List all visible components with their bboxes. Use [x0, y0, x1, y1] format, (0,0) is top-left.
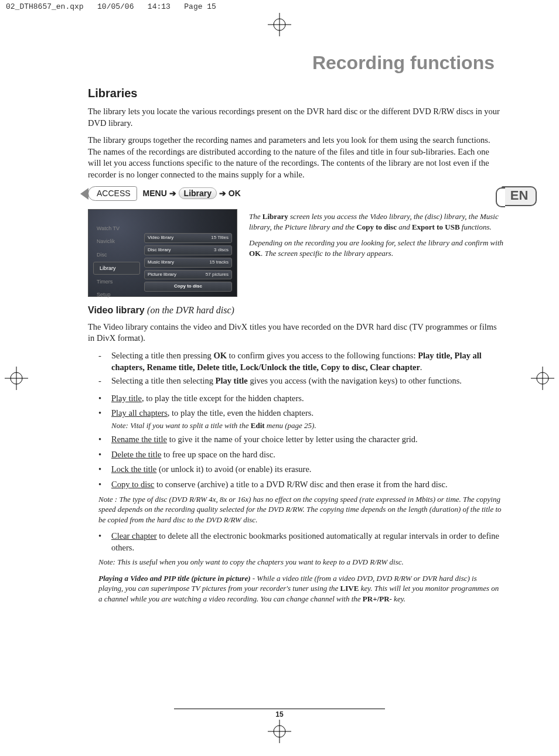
note: Note: Vital if you want to split a title… — [111, 420, 503, 431]
list-item: Selecting a title then pressing OK to co… — [111, 350, 503, 373]
bc-ok: OK — [229, 189, 241, 198]
list-item: Rename the title to give it the name of … — [111, 434, 503, 446]
breadcrumb: MENU ➔ Library ➔ OK — [143, 188, 241, 199]
screenshot-caption: The Library screen lets you access the V… — [249, 209, 503, 264]
print-header: 02_DTH8657_en.qxp 10/05/06 14:13 Page 15 — [0, 0, 559, 11]
time: 14:13 — [148, 2, 171, 11]
intro-para-1: The library lets you locate the various … — [88, 106, 503, 129]
subsection-heading: Video library (on the DVR hard disc) — [88, 304, 503, 317]
ss-left-menu: Watch TV Naviclik Disc Library Timers Se… — [93, 223, 140, 302]
video-library-intro: The Video library contains the video and… — [88, 321, 503, 344]
ss-row: Picture library 57 pictures — [144, 270, 232, 280]
ss-menu-item: Watch TV — [93, 223, 140, 234]
list-item: Selecting a title then selecting Play ti… — [111, 375, 503, 387]
registration-mark-icon — [5, 367, 28, 390]
ss-menu-item: Disc — [93, 249, 140, 261]
access-badge: ACCESS — [88, 186, 137, 201]
list-item: Copy to disc to conserve (archive) a tit… — [111, 479, 503, 491]
ss-menu-item: Setup — [93, 289, 140, 300]
access-breadcrumb: ACCESS MENU ➔ Library ➔ OK — [88, 186, 503, 201]
date: 10/05/06 — [97, 2, 134, 11]
section-heading: Libraries — [88, 85, 503, 101]
ss-menu-item-active: Library — [93, 262, 140, 275]
ss-library-list: Video library 15 Titles Disc library 3 d… — [144, 233, 232, 294]
note: Note: This is useful when you only want … — [98, 557, 503, 567]
registration-mark-icon — [531, 367, 554, 390]
note: Note : The type of disc (DVD R/RW 4x, 8x… — [98, 494, 503, 525]
bullet-list: Play title, to play the title except for… — [88, 393, 503, 491]
page-label: Page 15 — [184, 2, 216, 11]
ss-row: Video library 15 Titles — [144, 233, 232, 243]
filename: 02_DTH8657_en.qxp — [6, 2, 84, 11]
ss-copy-button: Copy to disc — [144, 282, 232, 292]
list-item: Play all chapters, to play the title, ev… — [111, 408, 503, 430]
intro-para-2: The library groups together the recordin… — [88, 135, 503, 180]
list-item: Clear chapter to delete all the electron… — [111, 531, 503, 553]
ss-row: Disc library 3 discs — [144, 245, 232, 255]
ss-row: Music library 15 tracks — [144, 258, 232, 268]
pip-note: Playing a Video and PIP title (picture i… — [98, 573, 503, 604]
list-item: Lock the title (or unlock it) to avoid (… — [111, 464, 503, 476]
arrow-icon: ➔ — [219, 189, 226, 198]
list-item: Delete the title to free up space on the… — [111, 449, 503, 461]
library-screenshot: Watch TV Naviclik Disc Library Timers Se… — [88, 209, 237, 297]
ss-menu-item: Timers — [93, 276, 140, 288]
arrow-icon: ➔ — [169, 189, 176, 198]
page-number: 15 — [174, 709, 385, 719]
registration-mark-icon — [268, 13, 291, 36]
ss-menu-item: Naviclik — [93, 235, 140, 247]
bc-menu: MENU — [143, 189, 167, 198]
registration-mark-icon — [268, 720, 291, 743]
list-item: Play title, to play the title except for… — [111, 393, 503, 405]
bullet-list: Clear chapter to delete all the electron… — [88, 531, 503, 553]
language-badge: EN — [502, 186, 537, 206]
dash-list: Selecting a title then pressing OK to co… — [88, 350, 503, 387]
bc-library: Library — [179, 187, 217, 199]
